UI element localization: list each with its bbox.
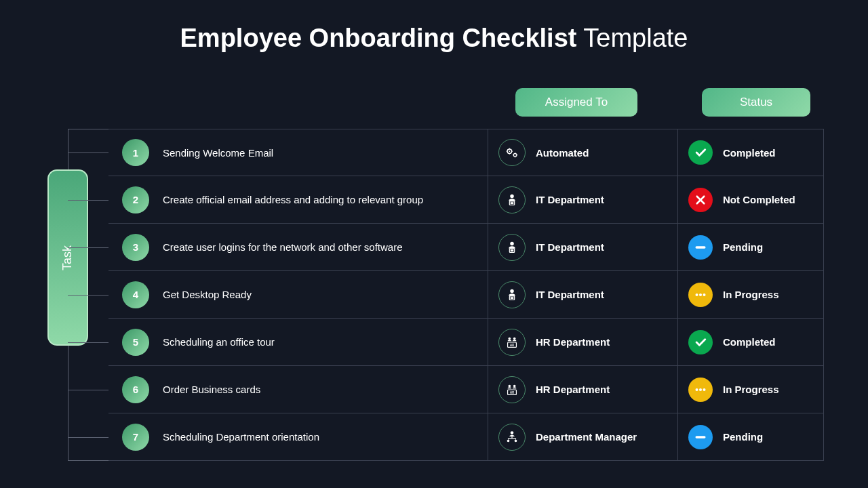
page-title: Employee Onboarding Checklist Template: [0, 24, 868, 53]
status-inprogress-icon: [688, 283, 713, 307]
gears-icon: [498, 139, 526, 166]
task-text: Create official email address and adding…: [163, 194, 423, 205]
cell-status: Pending: [678, 224, 824, 270]
title-bold: Employee Onboarding Checklist: [180, 24, 577, 52]
row-connector: [68, 390, 108, 390]
status-text: In Progress: [723, 384, 779, 395]
status-text: Not Completed: [723, 194, 795, 205]
task-text: Create user logins for the network and o…: [163, 241, 403, 253]
assigned-text: IT Department: [536, 194, 604, 205]
task-text: Sending Welcome Email: [163, 147, 273, 159]
svg-point-26: [699, 388, 702, 390]
assigned-text: HR Department: [536, 336, 610, 348]
cell-task: 7 Scheduling Department orientation: [108, 413, 488, 460]
table-row: 3 Create user logins for the network and…: [108, 224, 824, 271]
cell-assigned: Department Manager: [488, 413, 678, 460]
svg-point-18: [513, 337, 516, 340]
assigned-text: IT Department: [536, 289, 604, 300]
task-text: Order Business cards: [163, 384, 260, 395]
cell-assigned: IT Department: [488, 176, 678, 223]
cell-assigned: Automated: [488, 129, 678, 176]
cell-task: 3 Create user logins for the network and…: [108, 224, 488, 270]
checklist-table: 1 Sending Welcome Email Automated Comple…: [108, 129, 824, 461]
cell-task: 1 Sending Welcome Email: [108, 129, 488, 176]
task-number: 4: [122, 281, 149, 308]
cell-status: Completed: [678, 129, 824, 176]
cell-task: 6 Order Business cards: [108, 366, 488, 413]
hr-icon: HR: [498, 329, 526, 356]
cell-status: In Progress: [678, 366, 824, 413]
status-text: Pending: [723, 241, 763, 253]
status-text: Completed: [723, 336, 776, 348]
cell-status: In Progress: [678, 271, 824, 318]
assigned-text: IT Department: [536, 241, 604, 253]
hr-icon: HR: [498, 376, 526, 403]
task-number: 7: [122, 424, 149, 451]
header-status: Status: [702, 88, 810, 117]
task-number: 6: [122, 376, 149, 403]
cell-task: 2 Create official email address and addi…: [108, 176, 488, 223]
task-text: Scheduling Department orientation: [163, 431, 319, 443]
svg-point-27: [703, 388, 705, 390]
assigned-text: Department Manager: [536, 431, 637, 443]
svg-point-28: [511, 431, 514, 434]
task-label: Task: [47, 169, 88, 346]
row-connector: [68, 247, 108, 248]
svg-rect-9: [511, 249, 514, 251]
status-completed-icon: [688, 330, 713, 354]
it-icon: [498, 234, 526, 261]
row-connector: [68, 295, 108, 296]
table-row: 4 Get Desktop Ready IT Department In Pro…: [108, 271, 824, 319]
task-number: 1: [122, 139, 149, 166]
svg-point-21: [509, 384, 511, 387]
status-pending-icon: [688, 235, 713, 260]
cell-assigned: IT Department: [488, 271, 678, 318]
svg-point-4: [510, 194, 514, 198]
row-connector: [68, 437, 108, 438]
status-text: Completed: [723, 147, 776, 159]
svg-point-11: [510, 289, 514, 293]
svg-point-7: [510, 241, 514, 245]
task-number: 5: [122, 329, 149, 356]
svg-point-16: [703, 293, 705, 296]
cell-assigned: IT Department: [488, 224, 678, 270]
svg-rect-13: [511, 297, 514, 299]
status-completed-icon: [688, 140, 713, 165]
svg-point-14: [695, 293, 698, 296]
status-pending-icon: [688, 425, 713, 449]
cell-task: 5 Scheduling an office tour: [108, 319, 488, 365]
cell-status: Not Completed: [678, 176, 824, 223]
table-row: 2 Create official email address and addi…: [108, 176, 824, 224]
status-notcompleted-icon: [688, 188, 713, 212]
table-row: 5 Scheduling an office tour HR HR Depart…: [108, 319, 824, 366]
task-number: 3: [122, 234, 149, 261]
row-connector: [68, 152, 108, 153]
cell-assigned: HR HR Department: [488, 319, 678, 365]
table-row: 6 Order Business cards HR HR Department …: [108, 366, 824, 413]
table-row: 1 Sending Welcome Email Automated Comple…: [108, 129, 824, 176]
svg-point-34: [515, 439, 517, 442]
task-text: Scheduling an office tour: [163, 336, 275, 348]
cell-status: Completed: [678, 319, 824, 365]
row-connector: [68, 342, 108, 343]
svg-rect-6: [511, 202, 514, 204]
cell-assigned: HR HR Department: [488, 366, 678, 413]
header-assigned: Assigned To: [515, 88, 637, 117]
it-icon: [498, 186, 526, 214]
svg-point-17: [509, 337, 511, 340]
task-text: Get Desktop Ready: [163, 289, 252, 300]
svg-text:HR: HR: [510, 390, 515, 394]
svg-point-3: [515, 155, 515, 155]
row-connector: [68, 200, 108, 201]
assigned-text: HR Department: [536, 384, 610, 395]
table-row: 7 Scheduling Department orientation Depa…: [108, 413, 824, 461]
status-text: In Progress: [723, 289, 779, 300]
svg-point-25: [695, 388, 698, 390]
svg-point-15: [699, 293, 702, 296]
manager-icon: [498, 424, 526, 451]
it-icon: [498, 281, 526, 308]
svg-text:HR: HR: [510, 343, 515, 346]
cell-status: Pending: [678, 413, 824, 460]
title-light: Template: [576, 24, 688, 52]
status-text: Pending: [723, 431, 763, 443]
